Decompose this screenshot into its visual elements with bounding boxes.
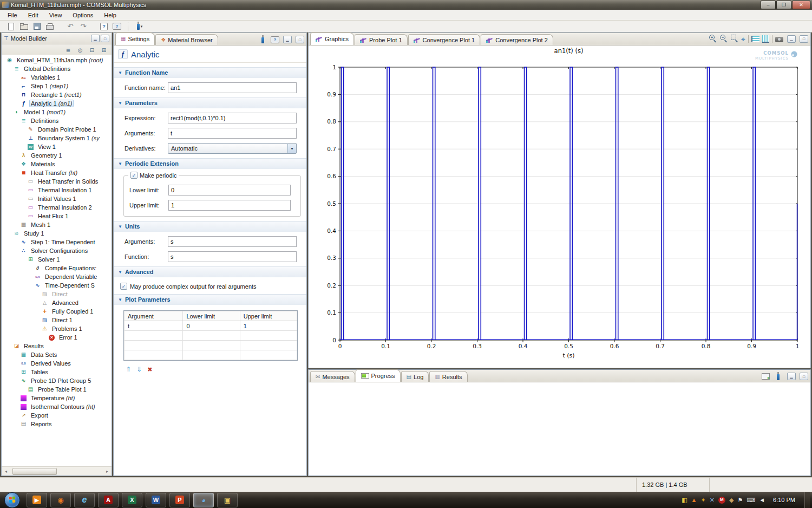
menu-file[interactable]: File: [2, 11, 23, 19]
tree-item-study-1[interactable]: ≋Study 1: [2, 229, 112, 238]
axis-limits-icon[interactable]: [751, 36, 759, 42]
scroll-left-arrow-icon[interactable]: ◂: [2, 467, 10, 476]
toolbar-doc-help-button[interactable]: ?: [112, 22, 122, 31]
detach-window-icon[interactable]: [762, 373, 770, 380]
tray-icon-2[interactable]: ▲: [691, 497, 697, 503]
menu-edit[interactable]: Edit: [23, 11, 44, 19]
taskbar-app-word[interactable]: W: [146, 493, 166, 507]
tree-item-export[interactable]: ↗Export: [2, 411, 112, 420]
show-desktop-button[interactable]: [804, 492, 810, 508]
network-icon[interactable]: ⌨: [746, 497, 755, 503]
menu-view[interactable]: View: [44, 11, 68, 19]
tree-item-komal-htm-11thjan-mph[interactable]: ◉Komal_HTM_11thJan.mph (root): [2, 56, 112, 64]
tree-item-derived-values[interactable]: 8.8Derived Values: [2, 359, 112, 368]
table-cell[interactable]: [183, 341, 240, 350]
tree-item-view-1[interactable]: xyView 1: [2, 142, 112, 151]
zoom-extents-icon[interactable]: ⌖: [741, 35, 745, 43]
tree-item-model-1[interactable]: ◗Model 1 (mod1): [2, 108, 112, 116]
complex-output-checkbox[interactable]: ✓: [120, 283, 127, 290]
bottom-minimize-button[interactable]: ▁: [787, 373, 796, 380]
tree-item-problems-1[interactable]: ⚠Problems 1: [2, 324, 112, 333]
tree-item-materials[interactable]: ❖Materials: [2, 160, 112, 168]
tree-menu-button[interactable]: ≣: [64, 46, 73, 54]
model-builder-minimize-button[interactable]: ▁: [91, 35, 100, 42]
zoom-out-icon[interactable]: −: [719, 35, 728, 43]
delete-row-button[interactable]: ✖: [147, 367, 152, 373]
tab-graphics[interactable]: Graphics: [310, 32, 354, 45]
tab-material-browser[interactable]: ❖Material Browser: [155, 34, 218, 45]
tree-item-tables[interactable]: ⊞Tables: [2, 368, 112, 376]
taskbar-app-adobe-reader[interactable]: A: [98, 493, 119, 507]
tree-item-time-dependent-s[interactable]: ∿Time-Dependent S: [2, 281, 112, 290]
start-button[interactable]: [4, 492, 20, 508]
tab-progress[interactable]: Progress: [356, 369, 401, 382]
table-cell[interactable]: t: [125, 321, 183, 331]
menu-help[interactable]: Help: [99, 11, 122, 19]
action-center-flag-icon[interactable]: ⚑: [737, 497, 743, 503]
move-up-button[interactable]: ⇑: [126, 366, 131, 373]
tree-item-probe-1d-plot-group-5[interactable]: ∿Probe 1D Plot Group 5: [2, 376, 112, 385]
section-plot-parameters[interactable]: ▼ Plot Parameters: [114, 294, 306, 305]
arguments-input[interactable]: [168, 128, 297, 139]
tab-messages[interactable]: ✉Messages: [310, 371, 355, 382]
volume-icon[interactable]: ◄: [759, 497, 765, 503]
toolbar-open-button[interactable]: [18, 22, 29, 31]
tab-convergence-plot-2[interactable]: Convergence Plot 2: [481, 34, 553, 45]
tree-item-analytic-1[interactable]: ƒAnalytic 1 (an1): [2, 99, 112, 108]
model-builder-maximize-button[interactable]: □: [101, 35, 109, 42]
taskbar-app-comsol[interactable]: ◕: [193, 493, 214, 507]
scroll-right-arrow-icon[interactable]: ▸: [103, 467, 112, 476]
tree-item-isothermal-contours[interactable]: Isothermal Contours (ht): [2, 402, 112, 411]
taskbar-app-excel[interactable]: X: [122, 493, 142, 507]
table-cell[interactable]: 0: [183, 321, 240, 331]
expression-input[interactable]: [168, 113, 297, 123]
maximize-button[interactable]: ❐: [776, 1, 791, 9]
tree-item-heat-flux-1[interactable]: ▭Heat Flux 1: [2, 212, 112, 220]
section-function-name[interactable]: ▼ Function Name: [114, 67, 306, 78]
toolbar-save-button[interactable]: [31, 22, 42, 31]
tray-icon-3[interactable]: ✦: [700, 497, 705, 503]
function-name-input[interactable]: [168, 82, 297, 93]
table-row[interactable]: t01: [125, 321, 297, 331]
tree-item-fully-coupled-1[interactable]: +Fully Coupled 1: [2, 307, 112, 316]
tree-item-compile-equations[interactable]: ∂Compile Equations:: [2, 264, 112, 272]
bottom-brush-button[interactable]: [772, 372, 783, 381]
tree-item-dependent-variable[interactable]: u,vDependent Variable: [2, 272, 112, 281]
units-arguments-input[interactable]: [168, 236, 297, 247]
section-advanced[interactable]: ▼ Advanced: [114, 266, 306, 277]
derivatives-select[interactable]: Automatic ▼: [168, 143, 297, 154]
taskbar-app-media-player[interactable]: ▶: [27, 493, 47, 507]
taskbar-app-explorer[interactable]: ▣: [217, 493, 238, 507]
plot-canvas[interactable]: 00.10.20.30.40.50.60.70.80.9100.10.20.30…: [309, 45, 810, 368]
tree-item-results[interactable]: ◪Results: [2, 342, 112, 350]
move-down-button[interactable]: ⇓: [136, 366, 142, 373]
taskbar-app-internet-explorer[interactable]: e: [74, 493, 95, 507]
tab-probe-plot-1[interactable]: Probe Plot 1: [355, 34, 408, 45]
toolbar-plot-button[interactable]: ▾: [134, 22, 145, 31]
tree-item-definitions[interactable]: ≡Definitions: [2, 116, 112, 125]
tab-settings[interactable]: ▦Settings: [115, 32, 155, 45]
tab-results[interactable]: ▥Results: [429, 371, 467, 382]
tree-item-variables-1[interactable]: a=Variables 1: [2, 73, 112, 82]
dynamic-help-icon[interactable]: ?: [271, 36, 279, 43]
scrollbar-thumb[interactable]: [12, 468, 57, 475]
section-periodic-extension[interactable]: ▼ Periodic Extension: [114, 158, 306, 169]
tree-item-probe-table-plot-1[interactable]: ▤Probe Table Plot 1: [2, 385, 112, 394]
tray-icon-1[interactable]: ◧: [682, 497, 687, 503]
toolbar-redo-button[interactable]: ↷: [78, 22, 89, 31]
table-row-empty[interactable]: [125, 331, 297, 341]
zoom-in-icon[interactable]: +: [709, 35, 717, 43]
grid-lines-icon[interactable]: [762, 35, 769, 43]
table-cell[interactable]: [240, 341, 297, 350]
plot-brush-button[interactable]: [257, 35, 268, 44]
bottom-maximize-button[interactable]: □: [800, 373, 808, 380]
tree-item-step-1-time-dependent[interactable]: ∿Step 1: Time Dependent: [2, 238, 112, 246]
table-cell[interactable]: [125, 341, 183, 350]
taskbar-app-powerpoint[interactable]: P: [169, 493, 190, 507]
settings-minimize-button[interactable]: ▁: [283, 36, 292, 43]
tree-item-rectangle-1[interactable]: ΠRectangle 1 (rect1): [2, 90, 112, 99]
settings-maximize-button[interactable]: □: [296, 36, 304, 43]
tree-item-step-1[interactable]: ⌐Step 1 (step1): [2, 82, 112, 90]
tab-log[interactable]: ▤Log: [401, 371, 429, 382]
make-periodic-checkbox[interactable]: ✓: [130, 172, 137, 179]
